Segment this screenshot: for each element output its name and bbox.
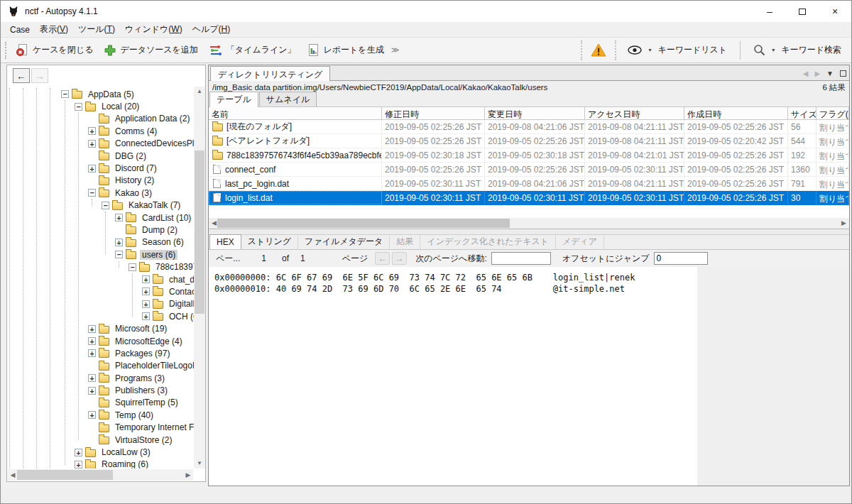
tree-item[interactable]: ConnectedDevicesPlat	[7, 138, 194, 150]
tree-item[interactable]: Kakao (3)	[7, 187, 194, 199]
expander-icon[interactable]	[88, 411, 96, 419]
tree-item[interactable]: Season (6)	[7, 236, 194, 248]
viewer-tab[interactable]: メディア	[556, 234, 604, 249]
close-case-button[interactable]: ケースを閉じる	[11, 41, 99, 59]
tree-item[interactable]: DBG (2)	[7, 150, 194, 162]
tree-item[interactable]: Temporary Internet Fil	[7, 422, 194, 434]
close-button[interactable]: ×	[819, 1, 851, 22]
scroll-up-icon[interactable]: ▲	[194, 87, 205, 97]
tree-item[interactable]: MicrosoftEdge (4)	[7, 335, 194, 347]
keyword-list-button[interactable]: ▾ キーワードリスト	[622, 41, 733, 59]
tree-item[interactable]: Discord (7)	[7, 162, 194, 174]
forward-button[interactable]: →	[31, 68, 48, 83]
table-horizontal-scrollbar[interactable]: ◀ ▶	[209, 218, 849, 229]
timeline-button[interactable]: 「タイムライン」	[204, 41, 302, 59]
expander-icon[interactable]	[102, 202, 109, 209]
tree-item[interactable]: Publishers (3)	[7, 384, 194, 396]
tab-list-dropdown-icon[interactable]: ▼	[826, 70, 834, 77]
expander-icon[interactable]	[142, 312, 150, 320]
expander-icon[interactable]	[115, 214, 123, 221]
scroll-right-icon[interactable]: ▶	[183, 469, 193, 481]
expander-icon[interactable]	[115, 251, 123, 258]
tree-item[interactable]: LocalLow (3)	[7, 446, 194, 458]
back-button[interactable]: ←	[13, 68, 30, 83]
tree-item[interactable]: VirtualStore (2)	[7, 434, 194, 446]
expander-icon[interactable]	[88, 127, 96, 135]
generate-report-button[interactable]: レポートを生成	[302, 41, 390, 59]
column-header[interactable]: フラグ(デ	[816, 107, 849, 119]
tab-thumbnail[interactable]: サムネイル	[259, 92, 317, 106]
menu-item[interactable]: ウィンドウ(W)	[120, 22, 187, 37]
table-row[interactable]: login_list.dat 2019-09-05 02:30:11 JST 2…	[209, 191, 849, 205]
tree-item[interactable]: Local (20)	[7, 100, 194, 112]
expander-icon[interactable]	[88, 337, 96, 345]
tree-item[interactable]: users (6)	[7, 248, 194, 261]
tab-scroll-left-icon[interactable]: ◀	[803, 70, 809, 77]
minimize-button[interactable]: –	[753, 1, 786, 22]
column-header[interactable]: 変更日時	[485, 107, 585, 119]
tree-item[interactable]: Temp (40)	[7, 409, 194, 421]
column-header[interactable]: 修正日時	[382, 107, 485, 119]
jump-offset-input[interactable]	[654, 252, 708, 265]
viewer-tab[interactable]: 結果	[390, 234, 420, 249]
scroll-left-icon[interactable]: ◀	[8, 469, 18, 481]
tree-item[interactable]: OCH (6	[7, 310, 194, 322]
expander-icon[interactable]	[142, 275, 150, 283]
warning-button[interactable]	[581, 40, 616, 60]
tree-item[interactable]: Microsoft (19)	[7, 322, 194, 334]
tree-item[interactable]: SquirrelTemp (5)	[7, 397, 194, 409]
menu-item[interactable]: Case	[5, 23, 35, 36]
tree-item[interactable]: Application Data (2)	[7, 113, 194, 125]
goto-page-input[interactable]	[491, 252, 551, 265]
menu-item[interactable]: ツール(T)	[73, 22, 120, 37]
tree-item[interactable]: Contact	[7, 285, 194, 297]
tree-item[interactable]: AppData (5)	[7, 88, 194, 100]
menu-item[interactable]: ヘルプ(H)	[187, 22, 236, 37]
page-next-button[interactable]: →	[392, 252, 407, 265]
expander-icon[interactable]	[142, 287, 150, 295]
expander-icon[interactable]	[88, 189, 96, 197]
tree-item[interactable]: Comms (4)	[7, 125, 194, 137]
toolbar-overflow-icon[interactable]: ≫	[391, 45, 400, 55]
column-header[interactable]: アクセス日時	[585, 107, 684, 119]
tree-item[interactable]: PlaceholderTileLogoFo	[7, 360, 194, 372]
tree-item[interactable]: History (2)	[7, 175, 194, 187]
expander-icon[interactable]	[88, 325, 96, 333]
expander-icon[interactable]	[129, 263, 136, 271]
tree-item[interactable]: 788c183975	[7, 261, 194, 273]
table-row[interactable]: connect_conf 2019-09-05 02:25:26 JST 201…	[209, 163, 849, 177]
expander-icon[interactable]	[115, 239, 123, 246]
expander-icon[interactable]	[88, 140, 96, 148]
tree-item[interactable]: chat_da	[7, 273, 194, 285]
keyword-search-button[interactable]: ▾ キーワード検索	[748, 41, 847, 59]
menu-item[interactable]: 表示(V)	[35, 22, 73, 37]
tab-table[interactable]: テーブル	[209, 92, 258, 107]
tree-item[interactable]: KakaoTalk (7)	[7, 199, 194, 212]
tree-item[interactable]: CardList (10)	[7, 212, 194, 224]
add-data-source-button[interactable]: データソースを追加	[99, 41, 203, 59]
viewer-tab[interactable]: ファイルメタデータ	[298, 234, 390, 249]
expander-icon[interactable]	[61, 90, 69, 98]
viewer-tab[interactable]: ストリング	[241, 234, 298, 249]
tab-directory-listing[interactable]: ディレクトリリスティング	[210, 66, 330, 81]
tree-item[interactable]: Programs (3)	[7, 372, 194, 384]
expander-icon[interactable]	[88, 349, 96, 357]
expander-icon[interactable]	[88, 165, 96, 172]
tree-item[interactable]: Dump (2)	[7, 224, 194, 236]
scroll-down-icon[interactable]: ▼	[194, 459, 205, 469]
page-prev-button[interactable]: ←	[375, 252, 390, 265]
tree-vertical-scrollbar[interactable]: ▲ ▼	[194, 87, 205, 469]
tree-vscroll-thumb[interactable]	[195, 150, 204, 314]
expander-icon[interactable]	[88, 374, 96, 382]
table-hscroll-thumb[interactable]	[217, 219, 510, 228]
hex-dump[interactable]: 0x00000000: 6C 6F 67 69 6E 5F 6C 69 73 7…	[209, 267, 697, 486]
float-window-icon[interactable]	[840, 70, 846, 77]
tree-horizontal-scrollbar[interactable]: ◀ ▶	[8, 469, 193, 481]
table-row[interactable]: 788c18397576743f6f4e5cb39aa789ecbfe2d0 2…	[209, 148, 849, 163]
expander-icon[interactable]	[75, 449, 82, 456]
viewer-tab[interactable]: HEX	[209, 234, 241, 249]
maximize-button[interactable]	[786, 1, 819, 22]
expander-icon[interactable]	[142, 300, 150, 308]
tree-hscroll-thumb[interactable]	[17, 470, 113, 480]
column-header[interactable]: サイズ	[788, 107, 816, 119]
